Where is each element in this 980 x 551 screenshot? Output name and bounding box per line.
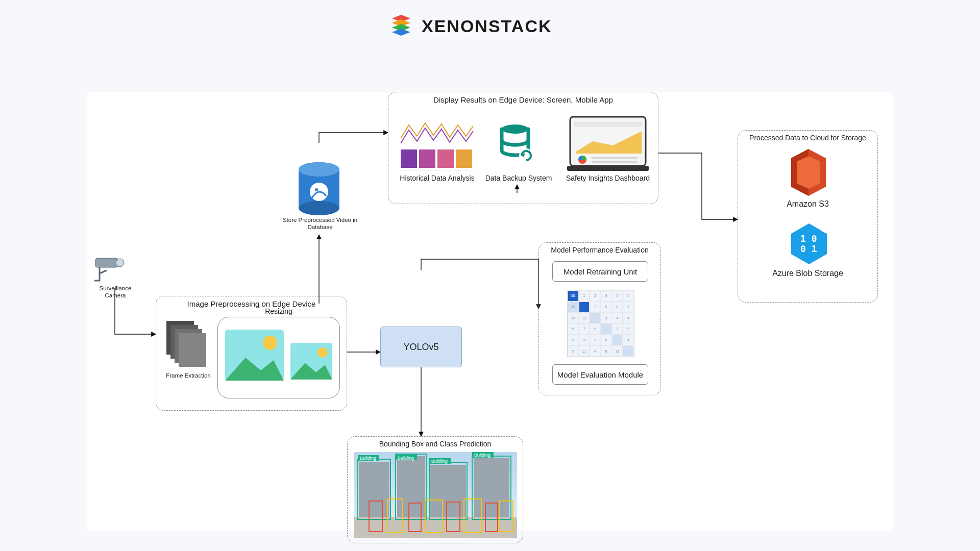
group-bounding-box: Bounding Box and Class Prediction Buildi… xyxy=(347,436,523,543)
svg-rect-39 xyxy=(354,517,517,538)
svg-rect-21 xyxy=(401,149,417,168)
brand-name: XENONSTACK xyxy=(422,16,552,36)
svg-text:Building: Building xyxy=(474,453,491,458)
resizing-box: Resizing xyxy=(217,317,340,398)
svg-point-16 xyxy=(299,201,339,215)
group-cloud-storage: Processed Data to Cloud for Storage Amaz… xyxy=(738,130,878,303)
model-retraining-box: Model Retraining Unit xyxy=(552,261,648,282)
amazon-s3-icon xyxy=(789,149,828,196)
svg-rect-38 xyxy=(474,458,509,518)
frame-stack-icon xyxy=(166,321,207,367)
svg-rect-37 xyxy=(430,465,466,518)
database-icon xyxy=(297,162,341,215)
svg-point-11 xyxy=(263,336,277,350)
confusion-matrix-icon: 5012455 123567 1313344 97625 1112764 911… xyxy=(567,290,634,357)
svg-point-13 xyxy=(317,347,328,358)
surveillance-camera-icon xyxy=(94,256,135,284)
surveillance-camera-label: Surveillance Camera xyxy=(90,285,141,299)
svg-rect-23 xyxy=(437,149,454,168)
azure-blob-icon: 1 0 0 1 xyxy=(791,223,827,264)
group-model-performance-title: Model Performance Evaluation xyxy=(539,246,660,254)
svg-rect-33 xyxy=(592,161,638,163)
svg-text:Building: Building xyxy=(360,456,376,461)
group-bounding-box-title: Bounding Box and Class Prediction xyxy=(348,440,523,448)
azure-blob-label: Azure Blob Storage xyxy=(738,268,877,279)
group-model-performance: Model Performance Evaluation Model Retra… xyxy=(538,242,661,395)
image-large-icon xyxy=(225,330,284,381)
svg-rect-32 xyxy=(592,157,638,159)
svg-marker-62 xyxy=(797,156,820,189)
svg-text:Building: Building xyxy=(398,456,414,461)
svg-point-25 xyxy=(502,124,528,134)
svg-rect-22 xyxy=(419,149,435,168)
svg-text:0 1: 0 1 xyxy=(800,243,817,254)
group-display-results: Display Results on Edge Device: Screen, … xyxy=(388,92,658,204)
group-cloud-storage-title: Processed Data to Cloud for Storage xyxy=(738,134,877,142)
brand: XENONSTACK xyxy=(388,13,552,39)
historical-analysis-icon xyxy=(399,115,475,171)
svg-text:Building: Building xyxy=(431,459,448,464)
data-backup-icon xyxy=(500,124,535,165)
model-evaluation-label: Model Evaluation Module xyxy=(557,370,643,379)
model-retraining-label: Model Retraining Unit xyxy=(564,267,637,276)
safety-dashboard-label: Safety Insights Dashboard xyxy=(559,174,656,183)
svg-text:1 0: 1 0 xyxy=(800,233,817,244)
svg-point-19 xyxy=(315,188,318,191)
frame-extraction-label: Frame Extraction xyxy=(165,372,211,379)
yolo-label: YOLOv5 xyxy=(403,342,438,353)
svg-rect-30 xyxy=(574,122,642,127)
safety-dashboard-icon xyxy=(567,116,649,173)
group-image-preprocessing: Image Preprocessing on Edge Device Frame… xyxy=(156,296,347,411)
svg-marker-3 xyxy=(392,29,410,36)
resizing-label: Resizing xyxy=(218,307,339,316)
svg-rect-35 xyxy=(359,462,389,518)
image-small-icon xyxy=(290,343,332,380)
group-display-results-title: Display Results on Edge Device: Screen, … xyxy=(388,95,658,104)
model-evaluation-box: Model Evaluation Module xyxy=(552,364,648,385)
yolo-box: YOLOv5 xyxy=(380,327,462,367)
historical-analysis-label: Historical Data Analysis xyxy=(393,174,482,183)
svg-rect-29 xyxy=(567,166,649,171)
detection-preview-icon: Building Building Building Building xyxy=(354,452,517,538)
svg-rect-4 xyxy=(95,258,118,267)
svg-point-5 xyxy=(116,259,124,267)
svg-point-17 xyxy=(299,162,339,177)
amazon-s3-label: Amazon S3 xyxy=(738,199,877,209)
data-backup-label: Data Backup System xyxy=(483,174,554,183)
database-label: Store Preprocessed Video in Database xyxy=(282,216,358,231)
brand-logo-icon xyxy=(388,13,414,39)
svg-rect-24 xyxy=(456,149,472,168)
svg-rect-9 xyxy=(179,333,206,367)
